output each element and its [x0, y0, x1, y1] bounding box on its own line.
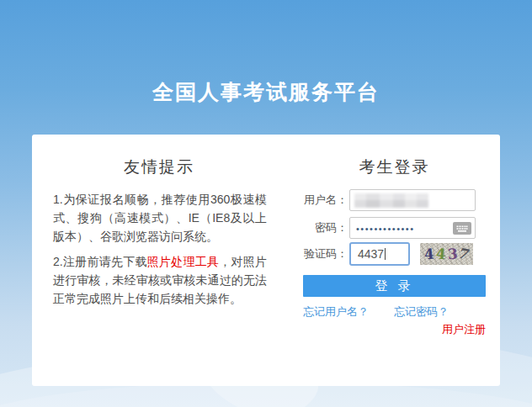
keyboard-icon[interactable]: [453, 222, 471, 235]
password-row: 密码： •••••••••••••: [299, 216, 476, 240]
username-row: 用户名：: [299, 188, 476, 212]
captcha-digit: 7: [455, 245, 472, 262]
tips-note-2-prefix: 2.注册前请先下载: [53, 255, 147, 268]
login-button[interactable]: 登 录: [303, 275, 486, 297]
captcha-digit: 4: [423, 246, 435, 263]
password-masked-value: •••••••••••••: [356, 224, 415, 234]
photo-tool-link[interactable]: 照片处理工具: [147, 255, 220, 268]
page-background: 全国人事考试服务平台 友情提示 1.为保证报名顺畅，推荐使用360极速模式、搜狗…: [0, 0, 532, 407]
site-title: 全国人事考试服务平台: [0, 78, 532, 106]
helper-links: 忘记用户名？ 忘记密码？: [303, 304, 486, 318]
captcha-label: 验证码：: [299, 246, 348, 262]
captcha-input-value: 4437: [358, 247, 384, 261]
register-link[interactable]: 用户注册: [442, 322, 486, 337]
username-label: 用户名：: [299, 193, 348, 208]
password-input[interactable]: •••••••••••••: [349, 217, 476, 239]
captcha-row: 验证码： 4437 4 4 3 7: [299, 242, 473, 266]
login-heading: 考生登录: [303, 156, 486, 178]
login-card: 友情提示 1.为保证报名顺畅，推荐使用360极速模式、搜狗（高速模式）、IE（I…: [32, 135, 500, 386]
forgot-password-link[interactable]: 忘记密码？: [394, 304, 449, 320]
tips-note-1: 1.为保证报名顺畅，推荐使用360极速模式、搜狗（高速模式）、IE（IE8及以上…: [53, 190, 267, 246]
forgot-username-link[interactable]: 忘记用户名？: [303, 304, 369, 320]
redacted-username-blur: [354, 193, 428, 208]
username-input[interactable]: [349, 189, 476, 211]
text-caret: [385, 248, 386, 260]
captcha-digit: 4: [435, 246, 446, 263]
password-label: 密码：: [299, 220, 348, 235]
captcha-input[interactable]: 4437: [349, 242, 410, 266]
captcha-image[interactable]: 4 4 3 7: [420, 243, 473, 265]
tips-note-2: 2.注册前请先下载照片处理工具，对照片进行审核，未经审核或审核未通过的无法正常完…: [53, 252, 267, 308]
tips-heading: 友情提示: [53, 156, 265, 178]
